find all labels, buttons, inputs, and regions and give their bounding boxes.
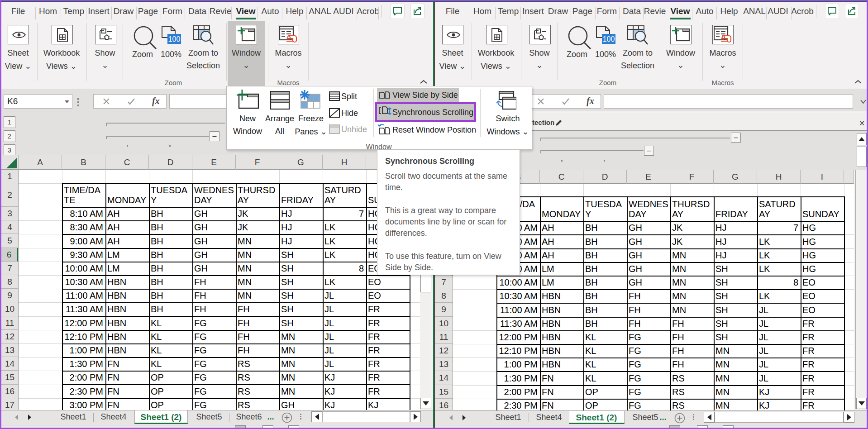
svg-text:100: 100	[603, 35, 615, 43]
svg-text:100: 100	[168, 35, 181, 43]
